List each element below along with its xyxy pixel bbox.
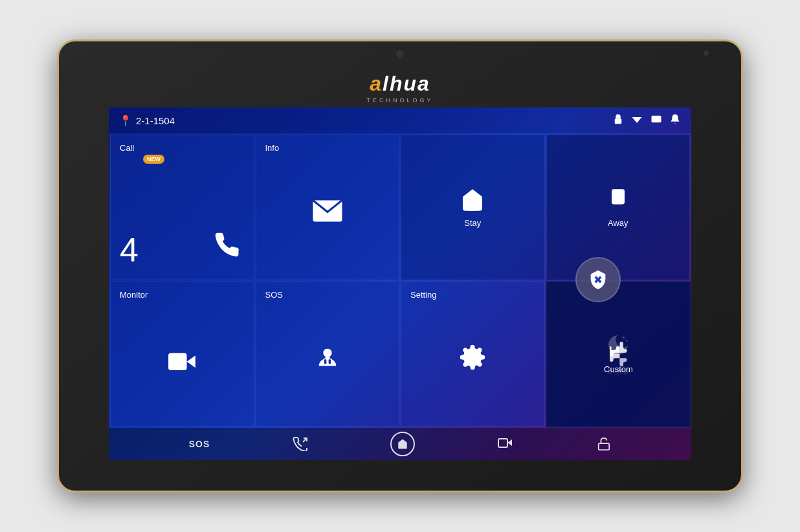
- svg-marker-1: [632, 117, 642, 123]
- status-left: 📍 2-1-1504: [119, 115, 175, 127]
- sos-button[interactable]: SOS: [256, 282, 400, 427]
- svg-rect-24: [599, 443, 610, 450]
- lock-icon: [612, 113, 624, 127]
- setting-button[interactable]: Setting: [401, 282, 545, 427]
- setting-label: Setting: [410, 290, 436, 300]
- svg-rect-15: [325, 356, 329, 359]
- svg-point-10: [612, 194, 616, 197]
- call-count: 4: [120, 233, 139, 267]
- stay-label: Stay: [464, 218, 481, 228]
- svg-rect-16: [324, 359, 326, 364]
- info-button[interactable]: Info: [256, 135, 400, 280]
- device-bottom: [59, 460, 741, 472]
- svg-rect-23: [498, 439, 507, 447]
- hw-unlock-button[interactable]: [597, 437, 611, 451]
- location-text: 2-1-1504: [136, 115, 175, 126]
- svg-rect-12: [168, 353, 187, 370]
- away-label: Away: [608, 218, 628, 228]
- brand-logo: alhua TECHNOLOGY: [366, 72, 433, 104]
- camera-dot: [397, 50, 403, 57]
- app-grid: Call NEW 4 Info: [109, 133, 691, 428]
- monitor-label: Monitor: [120, 290, 148, 300]
- hardware-buttons-bar: SOS: [109, 428, 691, 460]
- status-right: [612, 113, 681, 127]
- svg-rect-17: [328, 359, 330, 364]
- brand-name: alhua: [370, 72, 430, 96]
- custom-label: Custom: [604, 364, 633, 374]
- sos-label: SOS: [265, 290, 283, 300]
- custom-button[interactable]: Custom: [546, 281, 691, 428]
- device-frame: alhua TECHNOLOGY 📍 2-1-1504: [57, 39, 743, 493]
- disarm-button[interactable]: [575, 257, 621, 302]
- away-button[interactable]: Away: [546, 135, 691, 280]
- monitor-button[interactable]: Monitor: [110, 282, 254, 427]
- svg-point-11: [621, 194, 624, 197]
- hw-monitor-button[interactable]: [498, 437, 515, 451]
- svg-rect-0: [615, 118, 622, 124]
- call-button[interactable]: Call NEW 4: [110, 135, 254, 280]
- location-icon: 📍: [119, 115, 132, 127]
- device-screen: 📍 2-1-1504: [109, 107, 691, 460]
- wifi-icon: [630, 113, 643, 127]
- svg-point-3: [653, 118, 656, 120]
- brand-subtitle: TECHNOLOGY: [366, 97, 433, 104]
- info-label: Info: [265, 143, 280, 153]
- hw-sos-button[interactable]: SOS: [189, 439, 210, 449]
- hw-home-button[interactable]: [390, 432, 415, 456]
- hw-call-button[interactable]: [293, 437, 308, 451]
- stay-button[interactable]: Stay: [401, 135, 545, 280]
- led-dot: [704, 50, 709, 56]
- status-bar: 📍 2-1-1504: [109, 107, 691, 133]
- new-badge: NEW: [143, 155, 164, 164]
- bell-icon: [669, 113, 681, 127]
- svg-point-13: [323, 348, 331, 357]
- call-label: Call: [120, 143, 134, 153]
- user-card-icon: [650, 113, 663, 127]
